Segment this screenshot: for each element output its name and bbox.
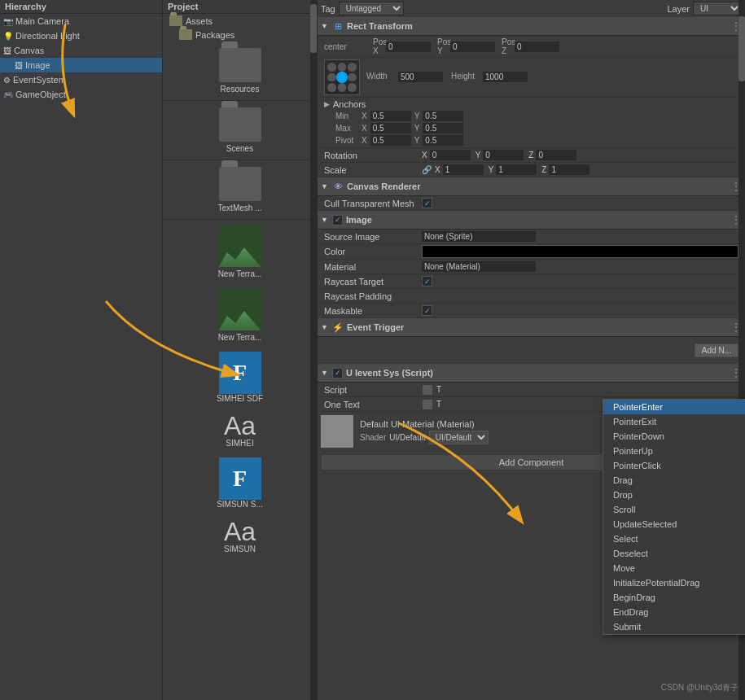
hierarchy-item-label: Directional Light (15, 31, 80, 41)
pos-x-input[interactable] (386, 42, 431, 52)
dropdown-item-drop[interactable]: Drop (603, 488, 745, 502)
anchors-max-y-input[interactable] (423, 123, 463, 133)
assets-folder-row[interactable]: Assets (163, 14, 317, 28)
shader-dropdown[interactable]: UI/Default (429, 431, 489, 444)
anchors-pivot-x-input[interactable] (370, 135, 411, 146)
scale-z-input[interactable] (549, 164, 589, 175)
dropdown-item-initialize-potential-drag[interactable]: InitializePotentialDrag (603, 575, 745, 590)
dropdown-item-update-selected[interactable]: UpdateSelected (603, 517, 745, 532)
raycast-padding-label: Raycast Padding (324, 291, 422, 301)
simhei-sdf-label: SIMHEI SDF (217, 394, 263, 403)
one-text-icon (422, 399, 433, 410)
simsun-sdf-label: SIMSUN S... (217, 500, 263, 509)
anchors-min-x-input[interactable] (370, 111, 411, 121)
hierarchy-item-image[interactable]: 🖼Image (0, 58, 162, 72)
textmesh-folder[interactable]: TextMesh ... (163, 160, 317, 220)
middle-wrapper (324, 59, 360, 95)
rotation-z-input[interactable] (536, 150, 576, 160)
hierarchy-item-gameobject[interactable]: 🎮GameObject (0, 87, 162, 102)
pivot-dot-3 (348, 63, 357, 72)
dropdown-item-pointer-up[interactable]: PointerUp (603, 444, 745, 458)
source-image-input[interactable] (422, 231, 536, 242)
simsun-label: SIMSUN (224, 545, 256, 553)
material-input[interactable] (422, 261, 536, 272)
newterrain1-asset[interactable]: New Terra... (163, 220, 317, 283)
image-enabled-checkbox[interactable]: ✓ (332, 215, 343, 225)
hierarchy-item-canvas[interactable]: 🖼Canvas (0, 43, 162, 58)
dropdown-item-deselect[interactable]: Deselect (603, 546, 745, 561)
dropdown-item-pointer-exit[interactable]: PointerExit (603, 414, 745, 429)
packages-folder-row[interactable]: Packages (163, 28, 317, 42)
scale-z-label: Z (541, 165, 546, 174)
anchors-min-y-input[interactable] (423, 111, 463, 121)
inspector-panel: Tag Untagged Layer UI ▼ ⊞ Rect Transform… (318, 0, 745, 700)
pos-z-input[interactable] (515, 42, 559, 52)
anchors-max-x-input[interactable] (370, 123, 411, 133)
inspector-scrollbar-thumb (738, 16, 745, 81)
resources-folder[interactable]: Resources (163, 42, 317, 101)
source-image-row: Source Image (321, 230, 742, 244)
event-trigger-header[interactable]: ▼ ⚡ Event Trigger ⋮ (318, 318, 745, 337)
simsun-sdf-asset[interactable]: F SIMSUN S... (163, 453, 317, 514)
anchors-title[interactable]: ▶ Anchors (324, 99, 738, 109)
canvas-renderer-fold: ▼ (321, 182, 329, 190)
scenes-folder[interactable]: Scenes (163, 101, 317, 160)
add-new-event-button[interactable]: Add N... (695, 343, 738, 357)
project-scrollbar[interactable] (310, 0, 317, 700)
height-input[interactable] (483, 72, 528, 82)
image-fold: ▼ (321, 216, 329, 224)
newterrain2-asset[interactable]: New Terra... (163, 283, 317, 347)
simhei-label: SIMHEI (226, 439, 253, 448)
source-image-label: Source Image (324, 232, 422, 242)
width-input[interactable] (398, 72, 443, 82)
dropdown-item-select[interactable]: Select (603, 532, 745, 546)
dropdown-item-move[interactable]: Move (603, 561, 745, 575)
dropdown-item-end-drag[interactable]: EndDrag (603, 605, 745, 619)
rect-transform-header[interactable]: ▼ ⊞ Rect Transform ⋮ (318, 17, 745, 36)
simhei-asset[interactable]: Aa SIMHEI (163, 408, 317, 453)
dropdown-item-pointer-down[interactable]: PointerDown (603, 429, 745, 444)
canvas-renderer-header[interactable]: ▼ 👁 Canvas Renderer ⋮ (318, 177, 745, 196)
color-swatch[interactable] (422, 245, 738, 258)
pivot-dot-8 (338, 83, 347, 92)
hierarchy-item-directional-light[interactable]: 💡Directional Light (0, 28, 162, 43)
anchors-max-label: Max (335, 124, 358, 133)
dropdown-item-begin-drag[interactable]: BeginDrag (603, 590, 745, 605)
tag-dropdown[interactable]: Untagged (339, 2, 404, 15)
posx-label: Pos X (373, 37, 384, 55)
u-levent-sys-checkbox[interactable]: ✓ (332, 368, 343, 378)
rotation-y-input[interactable] (483, 150, 524, 160)
shader-value: UI/Default (389, 433, 425, 442)
anchors-pivot-label: Pivot (335, 136, 358, 145)
newterrain1-label: New Terra... (218, 269, 262, 278)
layer-dropdown[interactable]: UI (693, 2, 742, 15)
cull-transparent-checkbox[interactable]: ✓ (422, 198, 432, 208)
hierarchy-item-icon: 🎮 (3, 90, 13, 99)
maskable-checkbox[interactable]: ✓ (422, 305, 432, 316)
project-panel: Project Assets Packages Resources Scenes… (163, 0, 318, 700)
raycast-target-row: Raycast Target ✓ (321, 274, 742, 289)
pivot-selector[interactable] (324, 59, 360, 95)
scale-x-input[interactable] (443, 164, 484, 175)
posy-label: Pos Y (437, 37, 449, 55)
rotation-x-input[interactable] (430, 150, 471, 160)
dropdown-item-scroll[interactable]: Scroll (603, 502, 745, 517)
hierarchy-item-eventsystem[interactable]: ⚙EventSystem (0, 72, 162, 87)
dropdown-item-submit[interactable]: Submit (603, 619, 745, 634)
rect-transform-fold-arrow: ▼ (321, 22, 329, 30)
scale-y-input[interactable] (496, 164, 537, 175)
dropdown-item-pointer-enter[interactable]: PointerEnter (603, 400, 745, 414)
wh-wrapper: Width Height (366, 72, 738, 84)
image-component-header[interactable]: ▼ ✓ Image ⋮ (318, 211, 745, 230)
image-body: Source Image Color Material Raycast Targ… (318, 230, 745, 318)
simhei-sdf-asset[interactable]: F SIMHEI SDF (163, 347, 317, 408)
dropdown-item-drag[interactable]: Drag (603, 473, 745, 488)
hierarchy-item-main-camera[interactable]: 📷Main Camera (0, 14, 162, 28)
u-levent-sys-header[interactable]: ▼ ✓ U Ievent Sys (Script) ⋮ (318, 364, 745, 383)
dropdown-item-pointer-click[interactable]: PointerClick (603, 458, 745, 473)
pos-y-input[interactable] (450, 42, 495, 52)
anchors-pivot-y-input[interactable] (423, 135, 463, 146)
simsun-asset[interactable]: Aa SIMSUN (163, 514, 317, 558)
event-type-dropdown[interactable]: PointerEnterPointerExitPointerDownPointe… (603, 399, 745, 635)
raycast-target-checkbox[interactable]: ✓ (422, 276, 432, 287)
